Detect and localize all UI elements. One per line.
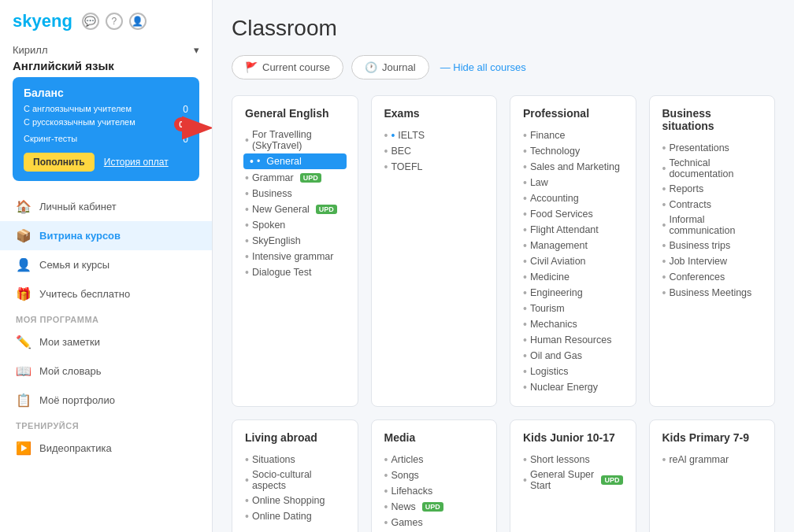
- list-item[interactable]: Job Interview: [662, 253, 762, 269]
- upd-badge: UPD: [300, 173, 321, 183]
- list-item[interactable]: •General: [243, 153, 347, 169]
- list-item[interactable]: Nuclear Energy: [523, 379, 623, 395]
- course-card-title-exams: Exams: [384, 107, 484, 120]
- list-item[interactable]: NewsUPD: [384, 499, 484, 515]
- list-item[interactable]: Short lessons: [523, 452, 623, 467]
- courses-grid: General EnglishFor Travelling (SkyTravel…: [232, 95, 775, 532]
- list-item[interactable]: Finance: [523, 127, 623, 143]
- list-item[interactable]: Technical documentation: [662, 156, 762, 181]
- list-item[interactable]: •IELTS: [384, 127, 484, 143]
- list-item[interactable]: Socio-cultural aspects: [245, 467, 345, 493]
- sidebar-item-dictionary[interactable]: 📖 Мой словарь: [0, 357, 212, 386]
- sidebar-item-free[interactable]: 🎁 Учитесь бесплатно: [0, 279, 212, 308]
- courses-icon: 📦: [16, 228, 32, 243]
- list-item[interactable]: Songs: [384, 467, 484, 483]
- sidebar-item-video[interactable]: ▶️ Видеопрактика: [0, 434, 212, 463]
- list-item[interactable]: Logistics: [523, 364, 623, 379]
- help-icon[interactable]: ?: [106, 13, 123, 30]
- list-item[interactable]: New GeneralUPD: [245, 201, 345, 217]
- sidebar-item-courses[interactable]: 📦 Витрина курсов: [0, 221, 212, 250]
- course-card-exams: Exams•IELTSBECTOEFL: [371, 95, 498, 407]
- list-item[interactable]: GrammarUPD: [245, 170, 345, 186]
- upd-badge: UPD: [601, 475, 622, 485]
- course-card-general-english: General EnglishFor Travelling (SkyTravel…: [232, 95, 358, 407]
- sidebar-item-courses-label: Витрина курсов: [39, 230, 121, 242]
- course-card-business-situations: Business situationsPresentationsTechnica…: [649, 95, 776, 407]
- list-item[interactable]: Technology: [523, 143, 623, 159]
- list-item[interactable]: Online Shopping: [245, 493, 345, 508]
- sidebar-item-personal[interactable]: 🏠 Личный кабинет: [0, 192, 212, 221]
- list-item[interactable]: For Travelling (SkyTravel): [245, 127, 345, 153]
- balance-label-3: Скринг-тесты: [24, 134, 77, 145]
- course-card-title-kids-junior: Kids Junior 10-17: [523, 431, 623, 444]
- list-item[interactable]: Business trips: [662, 238, 762, 253]
- list-item[interactable]: Dialogue Test: [245, 264, 345, 280]
- journal-button[interactable]: 🕐 Journal: [351, 55, 429, 79]
- list-item[interactable]: Conferences: [662, 269, 762, 285]
- sidebar-nav: 🏠 Личный кабинет 📦 Витрина курсов 👤 Семь…: [0, 189, 212, 466]
- page-title: Classroom: [232, 16, 775, 41]
- upd-badge: UPD: [422, 502, 443, 512]
- list-item[interactable]: Situations: [245, 452, 345, 467]
- list-item[interactable]: Contracts: [662, 197, 762, 212]
- list-item[interactable]: Law: [523, 175, 623, 190]
- list-item[interactable]: Management: [523, 238, 623, 253]
- course-card-title-media: Media: [384, 431, 484, 444]
- list-item[interactable]: Tourism: [523, 301, 623, 316]
- chat-icon[interactable]: 💬: [82, 13, 99, 30]
- portfolio-icon: 📋: [16, 393, 32, 408]
- list-item[interactable]: Oil and Gas: [523, 348, 623, 364]
- sidebar-item-family[interactable]: 👤 Семья и курсы: [0, 250, 212, 279]
- list-item[interactable]: Engineering: [523, 285, 623, 301]
- list-item[interactable]: Spoken: [245, 217, 345, 233]
- add-balance-button[interactable]: Пополнить: [24, 153, 95, 172]
- balance-label-2: С русскоязычным учителем: [24, 117, 135, 131]
- balance-label-1: С англоязычным учителем: [24, 104, 132, 115]
- list-item[interactable]: BEC: [384, 143, 484, 159]
- list-item[interactable]: Business: [245, 186, 345, 201]
- user-avatar-icon[interactable]: 👤: [129, 13, 147, 30]
- journal-icon: 🕐: [365, 61, 377, 73]
- sidebar-item-portfolio[interactable]: 📋 Моё портфолио: [0, 386, 212, 415]
- list-item[interactable]: reAl grammar: [662, 452, 762, 467]
- list-item[interactable]: Reports: [662, 181, 762, 197]
- list-item[interactable]: Mechanics: [523, 316, 623, 332]
- user-dropdown[interactable]: Кирилл ▾: [13, 44, 199, 56]
- list-item[interactable]: Sales and Marketing: [523, 159, 623, 175]
- list-item[interactable]: Civil Aviation: [523, 253, 623, 269]
- list-item[interactable]: Informal communication: [662, 212, 762, 238]
- upd-badge: UPD: [316, 205, 337, 214]
- sidebar-item-notes[interactable]: ✏️ Мои заметки: [0, 327, 212, 357]
- list-item[interactable]: Articles: [384, 452, 484, 467]
- list-item[interactable]: Human Resources: [523, 332, 623, 348]
- logo: skyeng: [13, 11, 72, 31]
- list-item[interactable]: Games: [384, 515, 484, 530]
- list-item[interactable]: General Super StartUPD: [523, 467, 623, 493]
- main-content: Classroom 🚩 Current course 🕐 Journal — H…: [213, 0, 794, 532]
- course-card-title-business-situations: Business situations: [662, 107, 762, 132]
- sidebar-item-personal-label: Личный кабинет: [39, 201, 117, 212]
- list-item[interactable]: TOEFL: [384, 159, 484, 175]
- course-card-title-professional: Professional: [523, 107, 623, 120]
- dictionary-icon: 📖: [16, 364, 32, 379]
- my-program-section-title: МОЯ ПРОГРАММА: [0, 308, 212, 327]
- list-item[interactable]: Presentations: [662, 140, 762, 156]
- list-item[interactable]: Food Services: [523, 206, 623, 222]
- toolbar: 🚩 Current course 🕐 Journal — Hide all co…: [232, 55, 775, 79]
- list-item[interactable]: Online Dating: [245, 508, 345, 524]
- list-item[interactable]: Medicine: [523, 269, 623, 285]
- course-card-living-abroad: Living abroadSituationsSocio-cultural as…: [232, 419, 358, 532]
- sidebar-item-portfolio-label: Моё портфолио: [39, 394, 115, 406]
- payment-history-button[interactable]: История оплат: [104, 153, 169, 172]
- list-item[interactable]: Business Meetings: [662, 285, 762, 301]
- list-item[interactable]: Intensive grammar: [245, 249, 345, 264]
- current-course-button[interactable]: 🚩 Current course: [232, 55, 343, 79]
- list-item[interactable]: Accounting: [523, 190, 623, 206]
- list-item[interactable]: SkyEnglish: [245, 233, 345, 249]
- hide-all-courses-link[interactable]: — Hide all courses: [440, 61, 526, 73]
- course-card-media: MediaArticlesSongsLifehacksNewsUPDGamesA…: [371, 419, 498, 532]
- course-card-title-kids-primary: Kids Primary 7-9: [662, 431, 762, 444]
- list-item[interactable]: Flight Attendant: [523, 222, 623, 238]
- list-item[interactable]: Lifehacks: [384, 483, 484, 499]
- sidebar-item-free-label: Учитесь бесплатно: [39, 288, 130, 300]
